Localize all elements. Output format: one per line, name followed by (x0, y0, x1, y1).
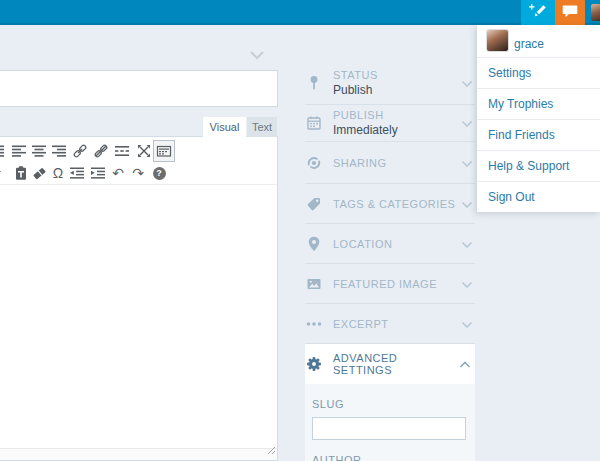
sidebar-section-publish[interactable]: PUBLISH Immediately (305, 105, 475, 142)
section-label: ADVANCED SETTINGS (333, 352, 459, 376)
gear-icon (305, 355, 323, 373)
menu-item-find-friends[interactable]: Find Friends (477, 119, 600, 150)
distraction-free-icon[interactable] (134, 141, 154, 161)
tab-visual[interactable]: Visual (203, 117, 246, 137)
sidebar-section-featured-image[interactable]: FEATURED IMAGE (305, 264, 475, 304)
notifications-bubble-icon (562, 4, 578, 22)
unlink-icon[interactable] (91, 141, 111, 161)
menu-item-my-trophies[interactable]: My Trophies (477, 88, 600, 119)
user-menu-username: grace (514, 38, 544, 51)
chevron-up-icon (459, 355, 471, 373)
chevron-down-icon (461, 315, 473, 333)
menu-item-help-support[interactable]: Help & Support (477, 150, 600, 181)
section-label: EXCERPT (333, 318, 461, 330)
resize-handle-icon[interactable] (266, 440, 275, 458)
calendar-icon (305, 114, 323, 132)
sidebar-section-location[interactable]: LOCATION (305, 224, 475, 264)
outdent-icon[interactable] (67, 163, 87, 183)
section-label: SHARING (333, 157, 461, 169)
editor-box: Ω ↶ ↷ ? (0, 136, 278, 461)
chevron-down-icon (461, 195, 473, 213)
location-pin-icon (305, 235, 323, 253)
indent-icon[interactable] (88, 163, 108, 183)
chevron-down-icon (461, 275, 473, 293)
ellipsis-icon (305, 315, 323, 333)
advanced-settings-content: SLUG AUTHOR (305, 384, 475, 461)
menu-item-settings[interactable]: Settings (477, 57, 600, 88)
new-post-button[interactable] (521, 0, 555, 25)
section-label: LOCATION (333, 238, 461, 250)
section-label: STATUS (333, 69, 461, 81)
editor-content-area[interactable] (0, 186, 277, 448)
chevron-down-icon (461, 114, 473, 132)
insert-more-icon[interactable] (112, 141, 132, 161)
section-value: Publish (333, 83, 461, 97)
sidebar-section-sharing[interactable]: SHARING (305, 142, 475, 184)
align-center-icon[interactable] (29, 141, 49, 161)
notifications-button[interactable] (555, 0, 585, 25)
pushpin-icon (305, 74, 323, 92)
advanced-settings-panel: ADVANCED SETTINGS SLUG AUTHOR (305, 344, 475, 461)
section-label: TAGS & CATEGORIES (333, 198, 461, 210)
help-icon[interactable]: ? (149, 163, 169, 183)
undo-icon[interactable]: ↶ (108, 163, 128, 183)
post-settings-sidebar: STATUS Publish PUBLISH Immediately (305, 26, 475, 461)
featured-image-icon (305, 275, 323, 293)
sidebar-section-status[interactable]: STATUS Publish (305, 62, 475, 105)
sidebar-section-excerpt[interactable]: EXCERPT (305, 304, 475, 344)
author-label: AUTHOR (312, 454, 466, 461)
new-post-pencil-icon (528, 3, 548, 23)
menu-item-sign-out[interactable]: Sign Out (477, 181, 600, 212)
user-dropdown-menu: grace Settings My Trophies Find Friends … (477, 25, 600, 212)
section-label: PUBLISH (333, 109, 461, 121)
sidebar-section-advanced-settings[interactable]: ADVANCED SETTINGS (305, 344, 475, 384)
section-label: FEATURED IMAGE (333, 278, 461, 290)
tag-icon (305, 195, 323, 213)
sidebar-section-tags-categories[interactable]: TAGS & CATEGORIES (305, 184, 475, 224)
sharing-icon (305, 154, 323, 172)
editor-toolbar: Ω ↶ ↷ ? (0, 137, 277, 185)
user-avatar[interactable] (591, 4, 600, 21)
link-icon[interactable] (70, 141, 90, 161)
redo-icon[interactable]: ↷ (128, 163, 148, 183)
tab-text[interactable]: Text (247, 117, 277, 137)
chevron-down-icon (461, 235, 473, 253)
toolbar-toggle-icon[interactable] (153, 140, 175, 162)
align-right-icon[interactable] (49, 141, 69, 161)
chevron-down-icon (461, 74, 473, 92)
section-value: Immediately (333, 123, 461, 137)
collapse-chevron-icon[interactable] (249, 46, 265, 64)
align-left-icon[interactable] (9, 141, 29, 161)
user-menu-profile[interactable]: grace (477, 25, 600, 57)
partial-dropdown-icon[interactable] (0, 163, 7, 183)
post-title-input[interactable] (0, 70, 278, 107)
slug-input[interactable] (312, 417, 466, 440)
partial-toolbar-icon[interactable] (0, 141, 7, 161)
user-menu-avatar (487, 30, 508, 51)
slug-label: SLUG (312, 398, 466, 410)
chevron-down-icon (461, 154, 473, 172)
remove-formatting-icon[interactable] (29, 163, 49, 183)
masthead-bar (0, 0, 600, 25)
wordpress-post-editor-page: grace Settings My Trophies Find Friends … (0, 0, 600, 461)
editor-status-bar (0, 448, 277, 460)
paste-as-text-icon[interactable] (11, 163, 31, 183)
special-character-icon[interactable]: Ω (48, 163, 68, 183)
